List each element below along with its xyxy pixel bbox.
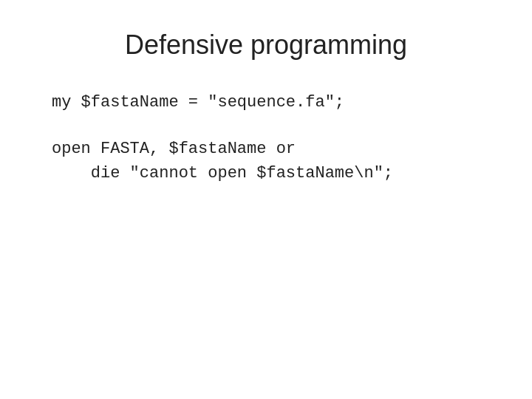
code-line-2: open FASTA, $fastaName or [52,137,488,161]
slide-title: Defensive programming [44,30,488,61]
code-line-1: my $fastaName = "sequence.fa"; [52,90,488,115]
code-line-3: die "cannot open $fastaName\n"; [52,161,488,185]
code-spacer [52,115,488,137]
code-block: my $fastaName = "sequence.fa"; open FAST… [52,90,488,185]
slide-container: Defensive programming my $fastaName = "s… [0,0,532,399]
